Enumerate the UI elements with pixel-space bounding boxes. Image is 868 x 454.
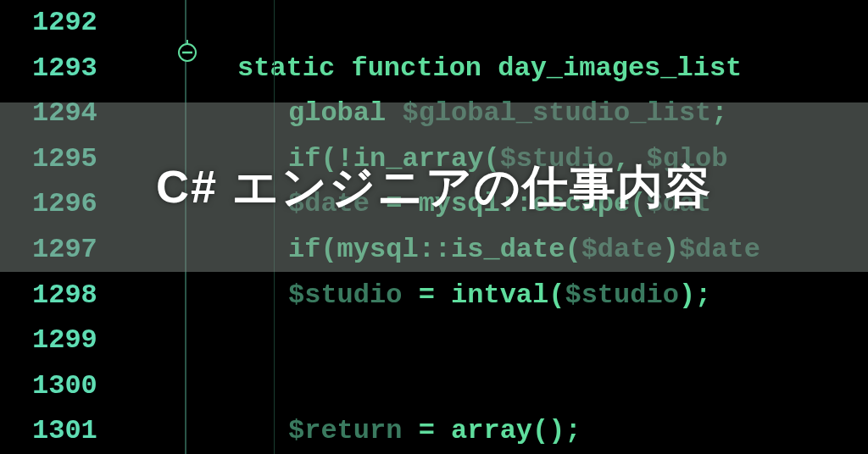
code-line[interactable]: static function day_images_list (237, 46, 868, 91)
fold-collapse-icon[interactable] (174, 37, 201, 64)
line-number: 1293 (0, 46, 174, 91)
line-number: 1299 (0, 318, 174, 363)
overlay-title: C# エンジニアの仕事内容 (156, 157, 712, 219)
line-number: 1292 (0, 0, 174, 46)
line-number: 1298 (0, 273, 174, 318)
code-token: $studio (565, 280, 678, 311)
code-line[interactable] (237, 363, 868, 409)
title-overlay-band: C# エンジニアの仕事内容 (0, 102, 868, 272)
code-token: $studio (288, 280, 402, 311)
code-line[interactable]: $return = array(); (237, 408, 868, 454)
code-line[interactable] (237, 318, 868, 363)
code-token: $return (288, 415, 402, 446)
code-token: = intval( (402, 280, 565, 311)
code-line[interactable] (237, 0, 868, 46)
code-line[interactable]: $studio = intval($studio); (237, 273, 868, 318)
code-token: = array(); (402, 415, 581, 446)
line-number: 1301 (0, 408, 174, 454)
code-token: static function day_images_list (237, 53, 742, 84)
code-token: ); (679, 280, 711, 311)
line-number: 1300 (0, 363, 174, 409)
